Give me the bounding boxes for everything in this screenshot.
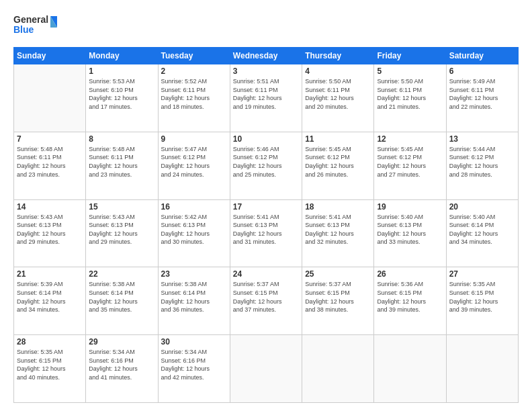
calendar-cell: 22Sunrise: 5:38 AM Sunset: 6:14 PM Dayli…	[86, 267, 158, 335]
calendar-cell	[302, 335, 374, 403]
calendar-cell: 28Sunrise: 5:35 AM Sunset: 6:15 PM Dayli…	[14, 335, 86, 403]
week-row-1: 1Sunrise: 5:53 AM Sunset: 6:10 PM Daylig…	[14, 64, 519, 132]
calendar-cell: 5Sunrise: 5:50 AM Sunset: 6:11 PM Daylig…	[374, 64, 446, 132]
calendar-cell: 27Sunrise: 5:35 AM Sunset: 6:15 PM Dayli…	[446, 267, 518, 335]
logo-area: General Blue	[13, 11, 60, 40]
day-info: Sunrise: 5:41 AM Sunset: 6:13 PM Dayligh…	[233, 213, 299, 246]
day-number: 16	[161, 202, 227, 212]
calendar-cell: 6Sunrise: 5:49 AM Sunset: 6:11 PM Daylig…	[446, 64, 518, 132]
day-info: Sunrise: 5:45 AM Sunset: 6:12 PM Dayligh…	[305, 145, 371, 179]
calendar-cell: 18Sunrise: 5:41 AM Sunset: 6:13 PM Dayli…	[302, 199, 374, 267]
day-info: Sunrise: 5:40 AM Sunset: 6:14 PM Dayligh…	[449, 213, 515, 246]
day-number: 5	[377, 66, 443, 76]
calendar-cell: 9Sunrise: 5:47 AM Sunset: 6:12 PM Daylig…	[158, 132, 230, 199]
day-number: 20	[449, 202, 515, 212]
calendar-cell: 13Sunrise: 5:44 AM Sunset: 6:12 PM Dayli…	[446, 132, 518, 199]
day-info: Sunrise: 5:50 AM Sunset: 6:11 PM Dayligh…	[377, 77, 443, 111]
day-number: 4	[305, 66, 371, 76]
day-info: Sunrise: 5:37 AM Sunset: 6:15 PM Dayligh…	[305, 280, 371, 314]
day-info: Sunrise: 5:35 AM Sunset: 6:15 PM Dayligh…	[449, 280, 515, 314]
day-info: Sunrise: 5:50 AM Sunset: 6:11 PM Dayligh…	[305, 77, 371, 111]
day-info: Sunrise: 5:42 AM Sunset: 6:13 PM Dayligh…	[161, 213, 227, 246]
page: General Blue SundayMondayTuesdayWednesda…	[0, 0, 532, 411]
day-number: 28	[17, 337, 83, 347]
day-number: 13	[449, 134, 515, 144]
calendar-cell: 19Sunrise: 5:40 AM Sunset: 6:13 PM Dayli…	[374, 199, 446, 267]
weekday-header-row: SundayMondayTuesdayWednesdayThursdayFrid…	[14, 48, 519, 64]
day-number: 15	[89, 202, 154, 212]
day-info: Sunrise: 5:43 AM Sunset: 6:13 PM Dayligh…	[17, 213, 83, 246]
day-number: 7	[17, 134, 83, 144]
day-number: 14	[17, 202, 83, 212]
day-info: Sunrise: 5:40 AM Sunset: 6:13 PM Dayligh…	[377, 213, 443, 246]
day-info: Sunrise: 5:34 AM Sunset: 6:16 PM Dayligh…	[161, 348, 227, 381]
day-number: 9	[161, 134, 227, 144]
day-info: Sunrise: 5:38 AM Sunset: 6:14 PM Dayligh…	[161, 280, 227, 314]
calendar-cell: 15Sunrise: 5:43 AM Sunset: 6:13 PM Dayli…	[86, 199, 158, 267]
weekday-header-monday: Monday	[86, 48, 158, 64]
day-number: 19	[377, 202, 443, 212]
day-number: 23	[161, 269, 227, 279]
calendar-cell: 10Sunrise: 5:46 AM Sunset: 6:12 PM Dayli…	[230, 132, 302, 199]
weekday-header-wednesday: Wednesday	[230, 48, 302, 64]
calendar-cell: 25Sunrise: 5:37 AM Sunset: 6:15 PM Dayli…	[302, 267, 374, 335]
calendar-cell: 4Sunrise: 5:50 AM Sunset: 6:11 PM Daylig…	[302, 64, 374, 132]
calendar-cell: 14Sunrise: 5:43 AM Sunset: 6:13 PM Dayli…	[14, 199, 86, 267]
calendar-cell: 1Sunrise: 5:53 AM Sunset: 6:10 PM Daylig…	[86, 64, 158, 132]
day-number: 22	[89, 269, 154, 279]
day-info: Sunrise: 5:51 AM Sunset: 6:11 PM Dayligh…	[233, 77, 299, 111]
calendar-cell: 29Sunrise: 5:34 AM Sunset: 6:16 PM Dayli…	[86, 335, 158, 403]
calendar-cell: 8Sunrise: 5:48 AM Sunset: 6:11 PM Daylig…	[86, 132, 158, 199]
svg-text:General: General	[13, 14, 48, 25]
day-number: 2	[161, 66, 227, 76]
calendar-cell	[230, 335, 302, 403]
calendar-cell: 21Sunrise: 5:39 AM Sunset: 6:14 PM Dayli…	[14, 267, 86, 335]
week-row-2: 7Sunrise: 5:48 AM Sunset: 6:11 PM Daylig…	[14, 132, 519, 199]
calendar-cell: 3Sunrise: 5:51 AM Sunset: 6:11 PM Daylig…	[230, 64, 302, 132]
day-number: 12	[377, 134, 443, 144]
calendar-cell	[374, 335, 446, 403]
day-number: 18	[305, 202, 371, 212]
week-row-5: 28Sunrise: 5:35 AM Sunset: 6:15 PM Dayli…	[14, 335, 519, 403]
calendar-cell: 7Sunrise: 5:48 AM Sunset: 6:11 PM Daylig…	[14, 132, 86, 199]
week-row-3: 14Sunrise: 5:43 AM Sunset: 6:13 PM Dayli…	[14, 199, 519, 267]
day-info: Sunrise: 5:47 AM Sunset: 6:12 PM Dayligh…	[161, 145, 227, 179]
weekday-header-sunday: Sunday	[14, 48, 86, 64]
day-number: 21	[17, 269, 83, 279]
week-row-4: 21Sunrise: 5:39 AM Sunset: 6:14 PM Dayli…	[14, 267, 519, 335]
day-number: 26	[377, 269, 443, 279]
day-number: 6	[449, 66, 515, 76]
calendar-cell: 30Sunrise: 5:34 AM Sunset: 6:16 PM Dayli…	[158, 335, 230, 403]
day-number: 11	[305, 134, 371, 144]
day-info: Sunrise: 5:52 AM Sunset: 6:11 PM Dayligh…	[161, 77, 227, 111]
day-info: Sunrise: 5:43 AM Sunset: 6:13 PM Dayligh…	[89, 213, 154, 246]
day-info: Sunrise: 5:48 AM Sunset: 6:11 PM Dayligh…	[89, 145, 154, 179]
day-info: Sunrise: 5:36 AM Sunset: 6:15 PM Dayligh…	[377, 280, 443, 314]
calendar-cell: 26Sunrise: 5:36 AM Sunset: 6:15 PM Dayli…	[374, 267, 446, 335]
day-number: 10	[233, 134, 299, 144]
day-info: Sunrise: 5:45 AM Sunset: 6:12 PM Dayligh…	[377, 145, 443, 179]
logo: General Blue	[13, 11, 60, 40]
day-number: 17	[233, 202, 299, 212]
calendar-cell: 24Sunrise: 5:37 AM Sunset: 6:15 PM Dayli…	[230, 267, 302, 335]
calendar-cell: 11Sunrise: 5:45 AM Sunset: 6:12 PM Dayli…	[302, 132, 374, 199]
day-number: 8	[89, 134, 154, 144]
day-info: Sunrise: 5:41 AM Sunset: 6:13 PM Dayligh…	[305, 213, 371, 246]
calendar-table: SundayMondayTuesdayWednesdayThursdayFrid…	[13, 47, 519, 403]
day-info: Sunrise: 5:37 AM Sunset: 6:15 PM Dayligh…	[233, 280, 299, 314]
day-number: 24	[233, 269, 299, 279]
day-number: 25	[305, 269, 371, 279]
day-number: 29	[89, 337, 154, 347]
day-info: Sunrise: 5:46 AM Sunset: 6:12 PM Dayligh…	[233, 145, 299, 179]
weekday-header-friday: Friday	[374, 48, 446, 64]
calendar-cell: 2Sunrise: 5:52 AM Sunset: 6:11 PM Daylig…	[158, 64, 230, 132]
weekday-header-thursday: Thursday	[302, 48, 374, 64]
weekday-header-saturday: Saturday	[446, 48, 518, 64]
calendar-cell: 12Sunrise: 5:45 AM Sunset: 6:12 PM Dayli…	[374, 132, 446, 199]
day-info: Sunrise: 5:39 AM Sunset: 6:14 PM Dayligh…	[17, 280, 83, 314]
day-number: 1	[89, 66, 154, 76]
weekday-header-tuesday: Tuesday	[158, 48, 230, 64]
day-info: Sunrise: 5:53 AM Sunset: 6:10 PM Dayligh…	[89, 77, 154, 111]
day-number: 27	[449, 269, 515, 279]
calendar-cell: 23Sunrise: 5:38 AM Sunset: 6:14 PM Dayli…	[158, 267, 230, 335]
